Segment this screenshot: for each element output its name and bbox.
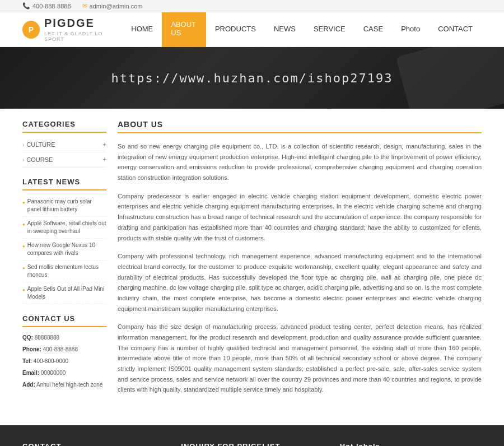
categories-title: CATEGORIES (22, 120, 106, 133)
footer-inquiry-col: INQUIRY FOR PRICELIST offers excellent, … (181, 442, 323, 446)
main-section: ABOUT US So and so new energy charging p… (118, 120, 482, 403)
logo-icon: P (22, 21, 40, 39)
nav-item-service[interactable]: SERVICE (305, 12, 354, 47)
about-paragraph: Company with professional technology, ri… (118, 251, 482, 314)
sidebar-contact-item: Tel: 400-800-0000 (22, 355, 106, 367)
hero-bg-shape (396, 47, 504, 109)
nav-item-products[interactable]: PRODUCTS (206, 12, 265, 47)
logo-text-group: PIGDGE LET IT & GLADLT LO SPORT (44, 17, 122, 42)
footer-inquiry-title: INQUIRY FOR PRICELIST (181, 442, 323, 446)
sidebar-contact-item: QQ: 88888888 (22, 332, 106, 343)
email-icon: ✉ (82, 2, 87, 10)
phone-icon: 📞 (22, 2, 30, 10)
news-item[interactable]: ●How new Google Nexus 10 compares with r… (22, 239, 106, 261)
news-item[interactable]: ●Apple Software, retail chiefs out in sw… (22, 217, 106, 239)
nav-item-contact[interactable]: CONTACT (429, 12, 482, 47)
phone-bar-item: 📞 400-888-8888 (22, 2, 71, 10)
email-bar-item: ✉ admin@admin.com (82, 2, 143, 10)
about-us-title: ABOUT US (118, 120, 482, 133)
about-paragraph: Company has the size design of manufactu… (118, 322, 482, 395)
footer-contact-col: CONTACT 📞Tel: 1234-8888-8888💬QQ: 4123-45… (22, 442, 164, 446)
sidebar-category[interactable]: ›CULTURE+ (22, 137, 106, 152)
sidebar-contact-item: Email: 00000000 (22, 367, 106, 379)
nav-item-news[interactable]: NEWS (265, 12, 305, 47)
sidebar: CATEGORIES ›CULTURE+›COURSE+ LATEST NEWS… (22, 120, 106, 403)
main-nav: HOMEABOUT USPRODUCTSNEWSSERVICECASEPhoto… (122, 12, 482, 47)
footer-top: CONTACT 📞Tel: 1234-8888-8888💬QQ: 4123-45… (22, 442, 482, 446)
logo-name: PIGDGE (44, 17, 122, 30)
sidebar-contact-item: Phone: 400-888-8888 (22, 343, 106, 355)
hero-banner: https://www.huzhan.com/ishop27193 (0, 47, 504, 109)
hot-labels-title: Hot labels (340, 442, 482, 446)
hero-url: https://www.huzhan.com/ishop27193 (111, 71, 393, 85)
about-paragraph: Company predecessor is earlier engaged i… (118, 191, 482, 243)
latest-news-title: LATEST NEWS (22, 178, 106, 191)
news-item[interactable]: ●Sed mollis elementum lectus rhoncus (22, 261, 106, 282)
nav-item-photo[interactable]: Photo (392, 12, 429, 47)
about-paragraphs: So and so new energy charging pile equip… (118, 141, 482, 395)
footer-hot-labels-col: Hot labels PRODUCTS-1PRODUCTS-2PRODUCTS-… (340, 442, 482, 446)
top-bar: 📞 400-888-8888 ✉ admin@admin.com (0, 0, 504, 12)
nav-item-about-us[interactable]: ABOUT US (162, 12, 206, 47)
logo-sub: LET IT & GLADLT LO SPORT (44, 31, 122, 42)
sidebar-category[interactable]: ›COURSE+ (22, 152, 106, 168)
main-content: CATEGORIES ›CULTURE+›COURSE+ LATEST NEWS… (0, 109, 504, 414)
header: P PIGDGE LET IT & GLADLT LO SPORT HOMEAB… (0, 12, 504, 47)
news-item[interactable]: ●Apple Sells Out of All iPad Mini Models (22, 282, 106, 304)
phone-number: 400-888-8888 (32, 3, 71, 10)
categories-list: ›CULTURE+›COURSE+ (22, 137, 106, 168)
sidebar-contact-item: Add: Anhui hefei high-tech zone (22, 379, 106, 391)
contact-us-sidebar-title: CONTACT US (22, 314, 106, 327)
nav-item-home[interactable]: HOME (122, 12, 162, 47)
logo[interactable]: P PIGDGE LET IT & GLADLT LO SPORT (22, 17, 122, 42)
about-paragraph: So and so new energy charging pile equip… (118, 141, 482, 183)
footer-contact-title: CONTACT (22, 442, 164, 446)
email-address: admin@admin.com (90, 3, 143, 10)
footer: CONTACT 📞Tel: 1234-8888-8888💬QQ: 4123-45… (0, 425, 504, 446)
contact-list: QQ: 88888888Phone: 400-888-8888Tel: 400-… (22, 332, 106, 391)
news-item[interactable]: ●Panasonic may curb solar panel lithium … (22, 195, 106, 217)
nav-item-case[interactable]: CASE (354, 12, 392, 47)
news-list: ●Panasonic may curb solar panel lithium … (22, 195, 106, 304)
